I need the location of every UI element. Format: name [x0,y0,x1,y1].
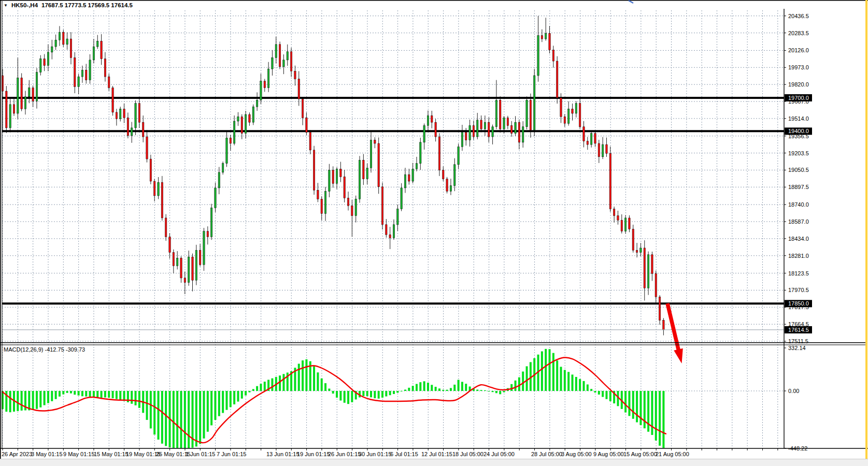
date-tick-label: 9 May 01:15 [63,451,95,457]
candle [272,50,273,76]
candle [420,138,421,170]
candle [222,162,223,174]
candle [127,112,129,138]
date-tick-label: 18 Jul 05:00 [452,451,483,457]
candle [572,104,573,121]
candle [522,121,524,148]
price-tick-label: 20436.5 [788,13,809,19]
macd-signal-line [3,357,666,443]
candle [298,71,300,106]
artifact-mark [629,1,633,3]
candle [583,121,585,148]
date-tick-label: 7 Jun 01:15 [217,451,247,457]
candle [644,240,645,300]
svg-text:17850.0: 17850.0 [788,300,809,307]
macd-tick-label: -448.22 [788,445,807,452]
candle [378,137,379,194]
chart-window: ▼ HK50-,H4 17687.5 17773.5 17569.5 17614… [0,0,868,466]
panel-borders [0,0,868,459]
candle [324,187,326,221]
candle [40,55,41,76]
candle [9,98,11,132]
price-line-tag: 19700.0 [785,94,812,101]
candle [267,62,269,92]
price-axis: 20436.520283.520126.019973.019820.019667… [784,13,812,452]
candle [218,167,220,194]
candle [154,179,155,201]
candle [55,35,56,50]
candle [560,93,562,123]
candle [93,39,94,63]
candle [21,73,22,111]
candle [477,113,478,139]
candle [659,295,660,325]
candle [241,114,243,139]
candle [17,58,19,120]
candle [598,140,600,163]
candle [66,32,68,50]
candle [116,109,117,125]
candle [438,133,440,176]
candle [636,243,637,257]
candle [347,192,349,210]
price-tick-label: 18123.5 [788,270,809,276]
candle [230,135,231,151]
candle [97,35,98,49]
candle [355,196,357,223]
candle [537,16,539,82]
chart-canvas[interactable]: 20436.520283.520126.019973.019820.019667… [0,0,868,466]
symbol-bar: ▼ HK50-,H4 17687.5 17773.5 17569.5 17614… [4,2,133,8]
price-tick-label: 18587.0 [788,219,809,225]
candle [329,164,330,197]
candle [150,155,151,184]
candle [210,204,212,240]
candle [435,119,436,142]
candle [237,112,239,126]
candle [473,121,474,140]
candle [469,120,471,147]
candle [621,214,622,234]
candle [131,122,133,142]
candle [454,158,456,192]
candle [195,245,197,285]
candle [256,92,258,111]
candle [461,125,463,151]
candle [651,252,653,281]
date-tick-label: 6 Jul 01:15 [390,451,418,457]
dropdown-triangle-icon[interactable]: ▼ [4,4,8,8]
candle [590,131,592,148]
candle [249,112,250,126]
candle [143,115,144,142]
candle [226,132,227,167]
candle [51,40,53,60]
candle [366,164,368,184]
candle [340,162,341,182]
candle [120,107,121,122]
candle [36,68,37,108]
date-tick-label: 28 Jul 05:00 [531,451,562,457]
date-tick-label: 26 Jun 01:15 [328,451,361,457]
candle [507,116,508,129]
candle [655,271,657,303]
date-tick-label: 13 Jun 01:15 [266,451,300,457]
candle [624,215,626,234]
candle [245,111,246,139]
candle [389,227,391,249]
candle [81,66,83,83]
candle [146,130,148,163]
candle [29,80,30,104]
price-tick-label: 18281.0 [788,253,809,259]
candle [233,115,235,145]
price-line-tag: 19400.0 [785,127,812,135]
candle [579,97,580,129]
date-tick-label: 19 May 01:15 [126,451,161,457]
candle [252,105,254,125]
candle [401,183,402,211]
candle [617,211,619,225]
candle [480,115,482,133]
sell-arrow[interactable] [667,303,683,363]
candle [86,64,87,83]
date-tick-label: 19 Jun 01:15 [297,451,330,457]
candle [317,183,319,202]
date-axis: 26 Apr 20233 May 01:159 May 01:1515 May … [2,448,778,457]
